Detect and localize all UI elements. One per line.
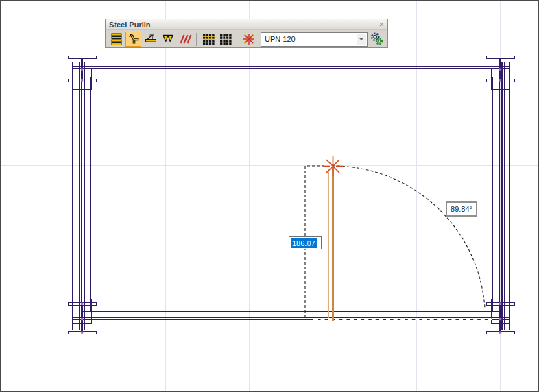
grid-pattern-center-icon — [219, 32, 232, 46]
toolbar-buttons-row: UPN 120 — [106, 30, 387, 48]
drawing-canvas[interactable] — [1, 1, 539, 392]
gears-icon — [370, 32, 384, 46]
diagonal-bracing-icon — [178, 32, 192, 46]
sloped-purlin-icon — [127, 32, 141, 46]
grid-pattern-rows-button[interactable] — [200, 32, 216, 47]
insertion-point-icon — [242, 32, 256, 46]
corrugated-profile-button[interactable] — [160, 32, 176, 47]
snap-marker-icon — [323, 156, 343, 176]
toolbar-title: Steel Purlin — [109, 21, 151, 29]
chevron-down-icon[interactable] — [357, 34, 366, 45]
insertion-point-button[interactable] — [241, 32, 256, 47]
profile-combobox[interactable]: UPN 120 — [261, 32, 368, 47]
app-window: 186.07 89.84° Steel Purlin × — [0, 0, 539, 392]
dimension-input[interactable]: 186.07 — [289, 236, 322, 249]
angle-value: 89.84° — [451, 205, 472, 213]
grid-pattern-rows-icon — [202, 32, 215, 46]
horizontal-purlins-icon — [110, 32, 123, 46]
grid-pattern-center-button[interactable] — [217, 32, 233, 47]
selection-handles — [81, 69, 501, 334]
steel-purlin-toolbar: Steel Purlin × — [105, 19, 388, 48]
dimension-value: 186.07 — [291, 238, 317, 248]
frame-beams — [72, 62, 509, 330]
close-icon[interactable]: × — [379, 21, 384, 28]
column-webs — [82, 58, 501, 331]
toolbar-separator — [196, 33, 197, 46]
toolbar-titlebar[interactable]: Steel Purlin × — [106, 19, 387, 30]
diagonal-bracing-button[interactable] — [177, 32, 193, 47]
settings-gears-button[interactable] — [369, 32, 385, 47]
corner-columns — [68, 56, 514, 334]
purlin-splice-button[interactable] — [143, 32, 158, 47]
frame-beam-axes — [72, 62, 509, 330]
sloped-purlin-button[interactable] — [125, 32, 141, 47]
profile-value: UPN 120 — [261, 35, 357, 43]
horizontal-purlins-button[interactable] — [108, 32, 124, 47]
toolbar-separator — [237, 33, 237, 46]
angle-readout: 89.84° — [446, 201, 477, 217]
corrugated-profile-icon — [161, 32, 175, 46]
purlin-splice-icon — [144, 32, 158, 46]
